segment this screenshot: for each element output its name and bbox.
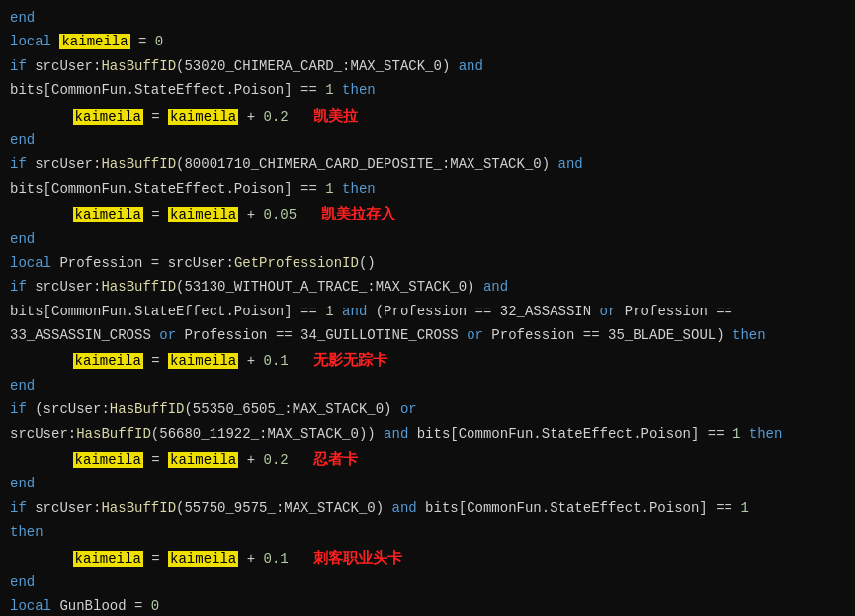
line-23: kaimeila = kaimeila + 0.1 刺客职业头卡 [0, 545, 855, 571]
line-3: if srcUser:HasBuffID(53020_CHIMERA_CARD_… [0, 54, 855, 78]
line-17: if (srcUser:HasBuffID(55350_6505_:MAX_ST… [0, 397, 855, 421]
line-6: end [0, 129, 855, 152]
line-2: local kaimeila = 0 [0, 30, 855, 53]
line-9: kaimeila = kaimeila + 0.05 凯美拉存入 [0, 201, 855, 226]
line-16: end [0, 374, 855, 397]
line-11: local Profession = srcUser:GetProfession… [0, 251, 855, 275]
line-21: if srcUser:HasBuffID(55750_9575_:MAX_STA… [0, 496, 855, 520]
line-25: local GunBlood = 0 [0, 594, 855, 616]
line-10: end [0, 227, 855, 251]
code-editor: end local kaimeila = 0 if srcUser:HasBuf… [0, 0, 855, 616]
line-20: end [0, 472, 855, 495]
line-22: then [0, 520, 855, 544]
label-assassin: 刺客职业头卡 [313, 549, 402, 566]
line-4: bits[CommonFun.StateEffect.Poison] == 1 … [0, 78, 855, 102]
line-1: end [0, 6, 855, 30]
line-14: 33_ASSASSIN_CROSS or Profession == 34_GU… [0, 323, 855, 347]
label-ninja: 忍者卡 [313, 450, 358, 467]
line-19: kaimeila = kaimeila + 0.2 忍者卡 [0, 446, 855, 472]
line-5: kaimeila = kaimeila + 0.2 凯美拉 [0, 103, 855, 129]
label-no-trace: 无影无踪卡 [313, 351, 387, 368]
label-kaimeila-deposit: 凯美拉存入 [321, 205, 395, 221]
line-8: bits[CommonFun.StateEffect.Poison] == 1 … [0, 177, 855, 201]
line-24: end [0, 571, 855, 594]
line-15: kaimeila = kaimeila + 0.1 无影无踪卡 [0, 347, 855, 373]
line-13: bits[CommonFun.StateEffect.Poison] == 1 … [0, 300, 855, 323]
line-12: if srcUser:HasBuffID(53130_WITHOUT_A_TRA… [0, 275, 855, 299]
line-7: if srcUser:HasBuffID(80001710_CHIMERA_CA… [0, 152, 855, 176]
line-18: srcUser:HasBuffID(56680_11922_:MAX_STACK… [0, 422, 855, 446]
label-kaimeila: 凯美拉 [313, 107, 358, 124]
